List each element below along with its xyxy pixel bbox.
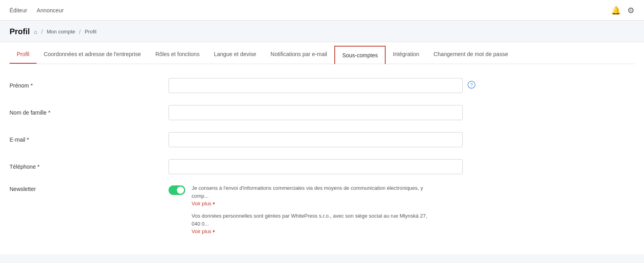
email-row: E-mail * — [10, 130, 487, 149]
top-nav-links: Éditeur Annonceur — [10, 7, 64, 14]
breadcrumb-current: Profil — [85, 29, 97, 35]
notification-bell-button[interactable]: 🔔 — [611, 6, 621, 15]
toggle-wrap — [169, 185, 185, 195]
telephone-row: Téléphone * — [10, 157, 487, 176]
page-title: Profil — [10, 27, 30, 36]
tab-langue[interactable]: Langue et devise — [207, 45, 264, 64]
breadcrumb-bar: Profil ⌂ / Mon compte / Profil — [0, 21, 644, 42]
tab-changement[interactable]: Changement de mot de passe — [427, 45, 516, 64]
telephone-input[interactable] — [169, 159, 463, 174]
bell-icon: 🔔 — [611, 6, 621, 15]
help-icon-prenom[interactable]: ? — [467, 81, 475, 91]
email-label: E-mail * — [10, 136, 169, 143]
nom-label: Nom de famille * — [10, 109, 169, 116]
tab-notifications[interactable]: Notifications par e-mail — [264, 45, 334, 64]
nav-editeur[interactable]: Éditeur — [10, 7, 27, 14]
voir-plus2-button[interactable]: Voir plus — [192, 228, 215, 234]
newsletter-content: Je consens à l'envoi d'informations comm… — [169, 184, 487, 234]
tab-profil[interactable]: Profil — [10, 45, 37, 64]
tab-coordonnees[interactable]: Coordonnées et adresse de l'entreprise — [37, 45, 148, 64]
prenom-label: Prénom * — [10, 82, 169, 89]
tab-roles[interactable]: Rôles et fonctions — [148, 45, 207, 64]
top-nav-actions: 🔔 ⚙ — [611, 6, 634, 15]
top-nav: Éditeur Annonceur 🔔 ⚙ — [0, 0, 644, 21]
gdpr-text: Vos données personnelles sont gérées par… — [192, 212, 430, 228]
nom-input[interactable] — [169, 105, 463, 120]
svg-text:?: ? — [470, 82, 473, 88]
prenom-input[interactable] — [169, 78, 463, 93]
newsletter-label: Newsletter — [10, 184, 169, 192]
tabs: Profil Coordonnées et adresse de l'entre… — [10, 42, 634, 64]
home-icon: ⌂ — [34, 29, 37, 35]
newsletter-text-block: Je consens à l'envoi d'informations comm… — [192, 184, 487, 234]
newsletter-row: Newsletter Je consens à l'envoi d'inform… — [10, 184, 487, 234]
gear-icon: ⚙ — [627, 6, 634, 15]
nom-row: Nom de famille * — [10, 103, 487, 122]
nav-annonceur[interactable]: Annonceur — [37, 7, 64, 14]
newsletter-toggle[interactable] — [169, 185, 185, 195]
newsletter-text: Je consens à l'envoi d'informations comm… — [192, 184, 430, 200]
prenom-row: Prénom * ? — [10, 76, 487, 95]
email-input[interactable] — [169, 132, 463, 147]
form-area: Prénom * ? Nom de famille * E-mail * Tél… — [10, 64, 487, 254]
telephone-label: Téléphone * — [10, 164, 169, 170]
breadcrumb-mon-compte[interactable]: Mon compte — [47, 29, 75, 35]
main-content: Profil Coordonnées et adresse de l'entre… — [0, 42, 644, 254]
voir-plus-button[interactable]: Voir plus — [192, 201, 215, 207]
tab-sous-comptes[interactable]: Sous-comptes — [334, 46, 386, 64]
settings-button[interactable]: ⚙ — [627, 6, 634, 15]
breadcrumb-sep-1: / — [41, 29, 43, 35]
tab-integration[interactable]: Intégration — [386, 45, 426, 64]
breadcrumb-sep-2: / — [79, 29, 81, 35]
